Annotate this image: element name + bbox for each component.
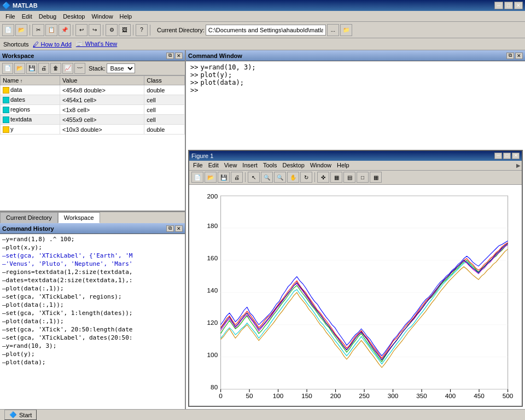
ws-graph-btn[interactable]: 〰 bbox=[74, 63, 85, 74]
menu-help[interactable]: Help bbox=[116, 12, 136, 21]
app-title: MATLAB bbox=[13, 2, 38, 9]
fig-tool-pan[interactable]: ✋ bbox=[287, 172, 299, 183]
cmd-history-line: —set(gca, 'XTickLabel', regions); bbox=[2, 293, 183, 301]
fig-tool-open[interactable]: 📂 bbox=[205, 172, 217, 183]
fig-tool-data-cursor[interactable]: ✜ bbox=[317, 172, 329, 183]
main-layout: Workspace ⧉ ✕ 📄 📂 💾 🖨 🗑 📈 〰 Stack: B bbox=[0, 50, 525, 409]
stack-combo[interactable]: Base bbox=[107, 63, 135, 73]
guide-button[interactable]: 🖼 bbox=[119, 24, 131, 36]
var-icon bbox=[3, 87, 9, 94]
current-dir-input[interactable] bbox=[206, 25, 326, 36]
cmd-window-undock-button[interactable]: ⧉ bbox=[506, 52, 514, 59]
cmd-line-3: >> plot(data); bbox=[190, 79, 521, 86]
toolbar-separator-2 bbox=[73, 25, 73, 36]
x-label-350: 350 bbox=[416, 392, 427, 399]
shortcuts-bar: Shortcuts 🖊 How to Add 📰 What's New bbox=[0, 38, 525, 50]
menu-edit[interactable]: Edit bbox=[19, 12, 36, 21]
menu-file[interactable]: File bbox=[2, 12, 19, 21]
x-label-100: 100 bbox=[273, 392, 284, 399]
start-icon: 🔷 bbox=[9, 411, 17, 418]
dir-browse-button[interactable]: ... bbox=[327, 24, 339, 36]
menu-debug[interactable]: Debug bbox=[36, 12, 60, 21]
tab-current-directory[interactable]: Current Directory bbox=[0, 212, 58, 223]
var-name: textdata bbox=[1, 115, 60, 125]
fig-tool-box[interactable]: □ bbox=[357, 172, 369, 183]
fig-tool-colorbar[interactable]: ▦ bbox=[330, 172, 342, 183]
fig-tool-rotate[interactable]: ↻ bbox=[300, 172, 312, 183]
cmd-window-close-button[interactable]: ✕ bbox=[515, 52, 523, 59]
var-value: <10x3 double> bbox=[60, 125, 144, 135]
help-button[interactable]: ? bbox=[136, 24, 148, 36]
var-name: data bbox=[1, 85, 60, 95]
cmd-history-undock-button[interactable]: ⧉ bbox=[166, 225, 174, 232]
cmd-history-line: —plot(data(:,1)); bbox=[2, 317, 183, 325]
ws-open-btn[interactable]: 📂 bbox=[14, 63, 25, 74]
fig-menu-desktop[interactable]: Desktop bbox=[280, 161, 307, 169]
fig-menu-file[interactable]: File bbox=[190, 161, 206, 169]
fig-menu-window[interactable]: Window bbox=[307, 161, 334, 169]
cmd-history-panel: —y=rand(1,8) .^ 100;—plot(x,y);—set(gca,… bbox=[0, 234, 185, 409]
workspace-undock-button[interactable]: ⧉ bbox=[166, 52, 174, 59]
fig-menu-help[interactable]: Help bbox=[334, 161, 352, 169]
figure-minimize-button[interactable]: ─ bbox=[494, 153, 502, 159]
open-button[interactable]: 📂 bbox=[15, 24, 27, 36]
redo-button[interactable]: ↪ bbox=[89, 24, 101, 36]
cmd-history-line: —regions=textdata(1,2:size(textdata, bbox=[2, 268, 183, 276]
fig-menu-edit[interactable]: Edit bbox=[206, 161, 221, 169]
figure-maximize-button[interactable]: □ bbox=[503, 153, 511, 159]
simulink-button[interactable]: ⚙ bbox=[106, 24, 118, 36]
fig-tool-select[interactable]: ↖ bbox=[248, 172, 260, 183]
cmd-output[interactable]: >> y=rand(10, 3); >> plot(y); >> plot(da… bbox=[186, 61, 525, 148]
fig-menu-tools[interactable]: Tools bbox=[260, 161, 280, 169]
fig-menu-view[interactable]: View bbox=[221, 161, 240, 169]
cmd-line-4: >> bbox=[190, 86, 521, 94]
cmd-history-close-button[interactable]: ✕ bbox=[175, 225, 183, 232]
col-header-name[interactable]: Name bbox=[1, 76, 60, 85]
cmd-history-line: —set(gca, 'XTickLabel', {'Earth', 'M bbox=[2, 252, 183, 260]
var-icon bbox=[3, 116, 9, 123]
prompt-symbol-3: >> bbox=[190, 79, 198, 86]
close-button[interactable]: ✕ bbox=[514, 2, 523, 9]
ws-plot-btn[interactable]: 📈 bbox=[62, 63, 73, 74]
ws-save-btn[interactable]: 💾 bbox=[26, 63, 37, 74]
fig-tool-new[interactable]: 📄 bbox=[191, 172, 203, 183]
maximize-button[interactable]: □ bbox=[504, 2, 513, 9]
cmd-text-1: y=rand(10, 3); bbox=[200, 63, 255, 71]
ws-delete-btn[interactable]: 🗑 bbox=[50, 63, 61, 74]
whats-new-link[interactable]: 📰 What's New bbox=[76, 40, 117, 48]
undo-button[interactable]: ↩ bbox=[75, 24, 88, 36]
fig-tool-grid[interactable]: ▦ bbox=[370, 172, 382, 183]
fig-tool-legend[interactable]: ▤ bbox=[343, 172, 355, 183]
stack-label: Stack: bbox=[89, 65, 106, 72]
minimize-button[interactable]: ─ bbox=[494, 2, 503, 9]
new-file-button[interactable]: 📄 bbox=[2, 24, 14, 36]
var-icon bbox=[3, 97, 9, 103]
figure-toolbar: 📄 📂 💾 🖨 ↖ 🔍 🔍 ✋ ↻ ✜ ▦ ▤ □ ▦ bbox=[189, 171, 522, 185]
menu-window[interactable]: Window bbox=[88, 12, 116, 21]
paste-button[interactable]: 📌 bbox=[59, 24, 71, 36]
menu-desktop[interactable]: Desktop bbox=[60, 12, 88, 21]
dir-open-button[interactable]: 📁 bbox=[340, 24, 352, 36]
fig-tool-print[interactable]: 🖨 bbox=[231, 172, 243, 183]
toolbar-separator-1 bbox=[30, 25, 30, 36]
cmd-line-1: >> y=rand(10, 3); bbox=[190, 63, 521, 71]
cmd-history-line: —plot(data(:,1)); bbox=[2, 301, 183, 309]
cmd-history-content: —y=rand(1,8) .^ 100;—plot(x,y);—set(gca,… bbox=[0, 234, 185, 409]
status-bar: 🔷 Start bbox=[0, 409, 525, 420]
start-button[interactable]: 🔷 Start bbox=[4, 410, 37, 420]
how-to-add-link[interactable]: 🖊 How to Add bbox=[33, 41, 71, 48]
fig-menu-insert[interactable]: Insert bbox=[240, 161, 260, 169]
figure-close-button[interactable]: ✕ bbox=[512, 153, 520, 159]
fig-tool-save[interactable]: 💾 bbox=[218, 172, 230, 183]
tab-workspace[interactable]: Workspace bbox=[58, 212, 100, 223]
workspace-close-button[interactable]: ✕ bbox=[175, 52, 183, 59]
fig-tool-zoom-in[interactable]: 🔍 bbox=[261, 172, 273, 183]
ws-print-btn[interactable]: 🖨 bbox=[38, 63, 49, 74]
right-panel: Command Window ⧉ ✕ >> y=rand(10, 3); >> … bbox=[186, 50, 525, 409]
cmd-history-line: —y=rand(10, 3); bbox=[2, 342, 183, 350]
cut-button[interactable]: ✂ bbox=[32, 24, 44, 36]
fig-tool-zoom-out[interactable]: 🔍 bbox=[274, 172, 286, 183]
ws-new-btn[interactable]: 📄 bbox=[2, 63, 13, 74]
copy-button[interactable]: 📋 bbox=[45, 24, 57, 36]
var-icon bbox=[3, 126, 9, 133]
